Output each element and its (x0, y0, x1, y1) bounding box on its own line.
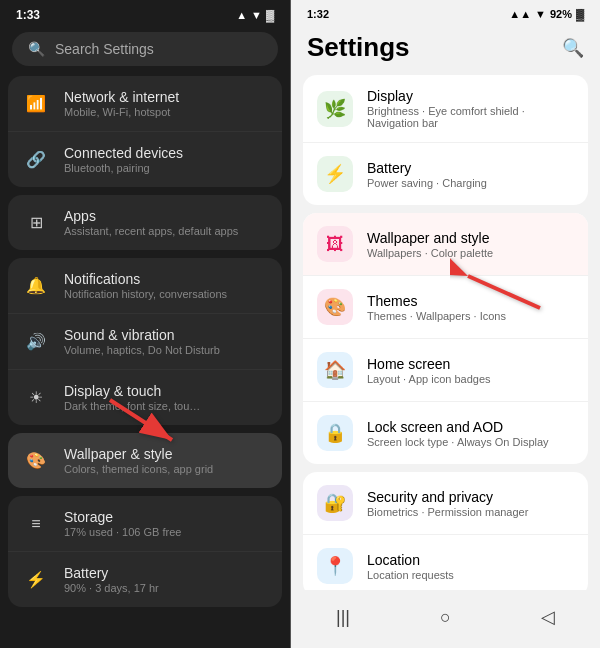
right-lock-icon: 🔒 (317, 415, 353, 451)
right-red-arrow (450, 258, 550, 318)
right-display-title: Display (367, 88, 574, 104)
svg-line-1 (110, 400, 172, 440)
right-home-icon: 🏠 (317, 352, 353, 388)
right-nav-bar: ||| ○ ◁ (291, 590, 600, 648)
left-red-arrow (100, 390, 190, 450)
right-group-security: 🔐 Security and privacy Biometrics · Perm… (303, 472, 588, 590)
wallpaper-style-subtitle: Colors, themed icons, app grid (64, 463, 213, 475)
right-security-icon: 🔐 (317, 485, 353, 521)
right-time: 1:32 (307, 8, 329, 20)
nav-back-button[interactable]: ◁ (525, 602, 571, 632)
network-title: Network & internet (64, 89, 179, 105)
group-network: 📶 Network & internet Mobile, Wi-Fi, hots… (8, 76, 282, 187)
right-location-icon: 📍 (317, 548, 353, 584)
search-icon: 🔍 (28, 41, 45, 57)
notifications-icon: 🔔 (22, 272, 50, 300)
item-notifications[interactable]: 🔔 Notifications Notification history, co… (8, 258, 282, 314)
right-battery-title: Battery (367, 160, 487, 176)
right-battery-text: 92% (550, 8, 572, 20)
nav-recent-button[interactable]: ||| (320, 603, 366, 632)
item-network[interactable]: 📶 Network & internet Mobile, Wi-Fi, hots… (8, 76, 282, 132)
right-home-title: Home screen (367, 356, 491, 372)
right-signal-icon: ▲▲ (509, 8, 531, 20)
battery-left-icon: ⚡ (22, 566, 50, 594)
item-storage[interactable]: ≡ Storage 17% used · 106 GB free (8, 496, 282, 552)
group-storage: ≡ Storage 17% used · 106 GB free ⚡ Batte… (8, 496, 282, 607)
svg-line-3 (468, 276, 540, 308)
apps-subtitle: Assistant, recent apps, default apps (64, 225, 238, 237)
left-panel: 1:33 ▲ ▼ ▓ 🔍 Search Settings 📶 Network &… (0, 0, 290, 648)
right-battery-icon: ▓ (576, 8, 584, 20)
right-location-title: Location (367, 552, 454, 568)
right-settings-list: 🌿 Display Brightness · Eye comfort shiel… (291, 75, 600, 590)
right-lock-subtitle: Screen lock type · Always On Display (367, 436, 549, 448)
group-apps: ⊞ Apps Assistant, recent apps, default a… (8, 195, 282, 250)
right-home-subtitle: Layout · App icon badges (367, 373, 491, 385)
right-search-icon[interactable]: 🔍 (562, 37, 584, 59)
apps-title: Apps (64, 208, 238, 224)
right-item-lock[interactable]: 🔒 Lock screen and AOD Screen lock type ·… (303, 402, 588, 464)
network-subtitle: Mobile, Wi-Fi, hotspot (64, 106, 179, 118)
left-settings-list: 📶 Network & internet Mobile, Wi-Fi, hots… (0, 76, 290, 648)
right-display-subtitle: Brightness · Eye comfort shield · Naviga… (367, 105, 574, 129)
storage-icon: ≡ (22, 510, 50, 538)
right-battery-subtitle: Power saving · Charging (367, 177, 487, 189)
right-wallpaper-subtitle: Wallpapers · Color palette (367, 247, 493, 259)
item-apps[interactable]: ⊞ Apps Assistant, recent apps, default a… (8, 195, 282, 250)
item-connected[interactable]: 🔗 Connected devices Bluetooth, pairing (8, 132, 282, 187)
wifi-icon: ▼ (251, 9, 262, 21)
right-status-bar: 1:32 ▲▲ ▼ 92% ▓ (291, 0, 600, 24)
sound-subtitle: Volume, haptics, Do Not Disturb (64, 344, 220, 356)
battery-icon: ▓ (266, 9, 274, 21)
connected-icon: 🔗 (22, 146, 50, 174)
network-icon: 📶 (22, 90, 50, 118)
storage-title: Storage (64, 509, 181, 525)
connected-subtitle: Bluetooth, pairing (64, 162, 183, 174)
left-status-icons: ▲ ▼ ▓ (236, 9, 274, 21)
notifications-subtitle: Notification history, conversations (64, 288, 227, 300)
right-group-wallpaper: 🖼 Wallpaper and style Wallpapers · Color… (303, 213, 588, 464)
right-wifi-icon: ▼ (535, 8, 546, 20)
right-panel: 1:32 ▲▲ ▼ 92% ▓ Settings 🔍 🌿 Display Bri… (290, 0, 600, 648)
right-item-battery[interactable]: ⚡ Battery Power saving · Charging (303, 143, 588, 205)
battery-left-title: Battery (64, 565, 159, 581)
right-location-subtitle: Location requests (367, 569, 454, 581)
search-placeholder: Search Settings (55, 41, 154, 57)
right-item-location[interactable]: 📍 Location Location requests (303, 535, 588, 590)
right-themes-icon: 🎨 (317, 289, 353, 325)
item-battery[interactable]: ⚡ Battery 90% · 3 days, 17 hr (8, 552, 282, 607)
right-wallpaper-title: Wallpaper and style (367, 230, 493, 246)
right-lock-title: Lock screen and AOD (367, 419, 549, 435)
right-wallpaper-icon: 🖼 (317, 226, 353, 262)
sound-title: Sound & vibration (64, 327, 220, 343)
storage-subtitle: 17% used · 106 GB free (64, 526, 181, 538)
right-battery-icon-btn: ⚡ (317, 156, 353, 192)
right-status-icons: ▲▲ ▼ 92% ▓ (509, 8, 584, 20)
apps-icon: ⊞ (22, 209, 50, 237)
right-header: Settings 🔍 (291, 24, 600, 75)
battery-left-subtitle: 90% · 3 days, 17 hr (64, 582, 159, 594)
left-time: 1:33 (16, 8, 40, 22)
nav-home-button[interactable]: ○ (424, 603, 467, 632)
sound-icon: 🔊 (22, 328, 50, 356)
right-item-home[interactable]: 🏠 Home screen Layout · App icon badges (303, 339, 588, 402)
right-display-icon: 🌿 (317, 91, 353, 127)
wallpaper-style-icon: 🎨 (22, 447, 50, 475)
item-sound[interactable]: 🔊 Sound & vibration Volume, haptics, Do … (8, 314, 282, 370)
notifications-title: Notifications (64, 271, 227, 287)
signal-icon: ▲ (236, 9, 247, 21)
right-header-title: Settings (307, 32, 410, 63)
connected-title: Connected devices (64, 145, 183, 161)
right-security-subtitle: Biometrics · Permission manager (367, 506, 528, 518)
left-status-bar: 1:33 ▲ ▼ ▓ (0, 0, 290, 26)
right-item-display[interactable]: 🌿 Display Brightness · Eye comfort shiel… (303, 75, 588, 143)
right-item-security[interactable]: 🔐 Security and privacy Biometrics · Perm… (303, 472, 588, 535)
right-security-title: Security and privacy (367, 489, 528, 505)
right-group-display: 🌿 Display Brightness · Eye comfort shiel… (303, 75, 588, 205)
search-bar[interactable]: 🔍 Search Settings (12, 32, 278, 66)
display-touch-icon: ☀ (22, 384, 50, 412)
